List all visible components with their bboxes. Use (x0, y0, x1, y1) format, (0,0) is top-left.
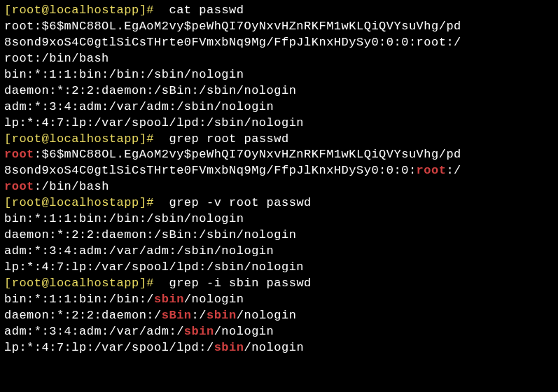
output-line: daemon:*:2:2:daemon:/sBin:/sbin/nologin (4, 227, 554, 244)
grep-match: sbin (154, 293, 184, 306)
command-line-1: [root@localhostapp]# cat passwd (4, 3, 554, 19)
prompt-bracket-close: ]# (139, 196, 154, 209)
command-text: grep root passwd (169, 132, 288, 146)
prompt-host: localhost (49, 196, 116, 209)
output-line: adm:*:3:4:adm:/var/adm:/sbin/nologin (4, 99, 554, 115)
output-line: lp:*:4:7:lp:/var/spool/lpd:/sbin/nologin (4, 260, 554, 276)
prompt-user: root (12, 132, 42, 146)
command-text: grep -v root passwd (169, 196, 311, 209)
output-line: 8sond9xoS4C0gtlSiCsTHrte0FVmxbNq9Mg/FfpJ… (4, 35, 554, 51)
command-text: grep -i sbin passwd (169, 276, 311, 290)
prompt-at: @ (42, 196, 50, 209)
prompt-host: localhost (49, 276, 116, 290)
prompt-at: @ (42, 4, 50, 17)
output-line: root:/bin/bash (4, 51, 554, 67)
output-line: daemon:*:2:2:daemon:/sBin:/sbin/nologin (4, 308, 554, 324)
prompt-user: root (12, 4, 42, 17)
output-line: lp:*:4:7:lp:/var/spool/lpd:/sbin/nologin (4, 340, 554, 356)
prompt-path: app (117, 196, 139, 209)
grep-match: sbin (184, 325, 214, 338)
output-line: bin:*:1:1:bin:/bin:/sbin/nologin (4, 292, 554, 308)
output-line: root:/bin/bash (4, 179, 554, 195)
output-line: bin:*:1:1:bin:/bin:/sbin/nologin (4, 67, 554, 83)
prompt-bracket-open: [ (4, 4, 12, 17)
grep-match: sBin (162, 309, 192, 322)
grep-match: sbin (214, 341, 244, 354)
prompt-host: localhost (49, 132, 116, 146)
prompt-user: root (12, 276, 42, 290)
output-line: lp:*:4:7:lp:/var/spool/lpd:/sbin/nologin (4, 115, 554, 132)
grep-match: sbin (207, 309, 237, 322)
prompt-path: app (117, 276, 139, 290)
prompt-bracket-close: ]# (139, 132, 154, 146)
prompt-bracket-open: [ (4, 276, 12, 290)
terminal[interactable]: [root@localhostapp]# cat passwd root:$6$… (4, 3, 554, 356)
prompt-host: localhost (49, 4, 116, 17)
prompt-bracket-open: [ (4, 132, 12, 146)
command-line-2: [root@localhostapp]# grep root passwd (4, 132, 554, 148)
prompt-bracket-close: ]# (139, 4, 154, 17)
prompt-path: app (117, 4, 139, 17)
grep-match: root (4, 148, 34, 161)
command-text: cat passwd (169, 4, 244, 17)
output-line: bin:*:1:1:bin:/bin:/sbin/nologin (4, 211, 554, 227)
prompt-at: @ (42, 276, 50, 290)
output-line: root:$6$mNC88OL.EgAoM2vy$peWhQI7OyNxvHZn… (4, 147, 554, 163)
grep-match: root (4, 180, 34, 193)
prompt-user: root (12, 196, 42, 209)
prompt-at: @ (42, 132, 50, 146)
output-line: root:$6$mNC88OL.EgAoM2vy$peWhQI7OyNxvHZn… (4, 19, 554, 35)
output-line: adm:*:3:4:adm:/var/adm:/sbin/nologin (4, 244, 554, 260)
grep-match: root (417, 164, 447, 177)
output-line: daemon:*:2:2:daemon:/sBin:/sbin/nologin (4, 83, 554, 99)
prompt-bracket-close: ]# (139, 276, 154, 290)
command-line-4: [root@localhostapp]# grep -i sbin passwd (4, 276, 554, 292)
prompt-path: app (117, 132, 139, 146)
output-line: adm:*:3:4:adm:/var/adm:/sbin/nologin (4, 324, 554, 340)
command-line-3: [root@localhostapp]# grep -v root passwd (4, 195, 554, 211)
output-line: 8sond9xoS4C0gtlSiCsTHrte0FVmxbNq9Mg/FfpJ… (4, 163, 554, 179)
prompt-bracket-open: [ (4, 196, 12, 209)
